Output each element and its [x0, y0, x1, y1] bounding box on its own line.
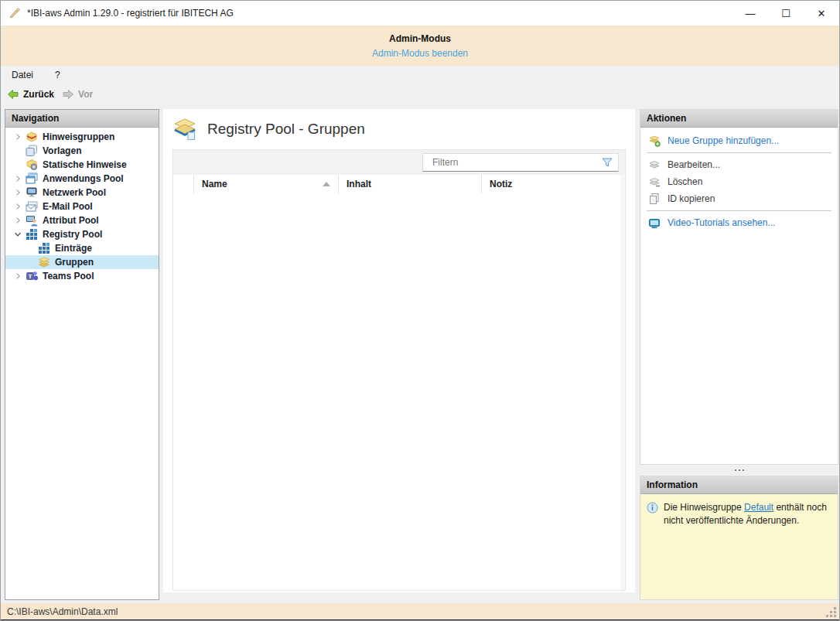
chevron-right-icon[interactable] [12, 200, 24, 213]
page-title: Registry Pool - Gruppen [207, 121, 365, 138]
copy-id-action[interactable]: ID kopieren [640, 190, 838, 207]
tree-item-teams-pool[interactable]: T Teams Pool [5, 269, 159, 283]
network-pool-icon [26, 186, 38, 199]
add-group-action-label: Neue Gruppe hinzufügen... [668, 135, 779, 146]
back-button[interactable]: Zurück [7, 88, 54, 101]
window-title: *IBI-aws Admin 1.29.0 - registriert für … [27, 8, 234, 19]
tree-item-label: Vorlagen [43, 145, 81, 156]
tree-item-label: Netzwerk Pool [43, 187, 106, 198]
templates-icon [26, 145, 38, 157]
tree-item-label: Hinweisgruppen [43, 131, 114, 142]
filter-funnel-icon[interactable] [601, 156, 613, 169]
app-window: *IBI-aws Admin 1.29.0 - registriert für … [0, 0, 840, 621]
tree-item-label: Anwendungs Pool [43, 173, 124, 184]
copy-id-action-label: ID kopieren [668, 193, 715, 204]
information-message: Die Hinweisgruppe Default enthält noch n… [640, 494, 838, 534]
admin-mode-banner: Admin-Modus Admin-Modus beenden [1, 26, 839, 66]
chevron-right-icon[interactable] [12, 131, 24, 143]
exit-admin-mode-link[interactable]: Admin-Modus beenden [372, 48, 468, 59]
applications-pool-icon [26, 172, 38, 185]
svg-text:T: T [29, 273, 32, 280]
delete-group-icon [648, 176, 661, 188]
menu-item-help[interactable]: ? [55, 70, 60, 80]
chevron-down-icon[interactable] [12, 228, 24, 241]
tree-item-vorlagen[interactable]: Vorlagen [5, 144, 159, 158]
navigation-tree: Hinweisgruppen Vorlagen [5, 128, 159, 283]
main-content-panel: Registry Pool - Gruppen Name [163, 109, 635, 592]
no-expander [12, 159, 24, 171]
registry-pool-icon [26, 228, 38, 241]
video-tutorials-action[interactable]: Video-Tutorials ansehen... [640, 214, 838, 231]
column-header-notiz-label: Notiz [490, 179, 512, 189]
panel-splitter-handle[interactable] [640, 465, 838, 476]
tree-item-anwendungs-pool[interactable]: Anwendungs Pool [5, 172, 159, 186]
title-bar: *IBI-aws Admin 1.29.0 - registriert für … [1, 1, 839, 26]
actions-panel-header: Aktionen [640, 110, 838, 128]
tree-item-netzwerk-pool[interactable]: Netzwerk Pool [5, 186, 159, 200]
copy-id-icon [648, 193, 661, 205]
tree-item-email-pool[interactable]: E-Mail Pool [5, 200, 159, 213]
information-text: Die Hinweisgruppe Default enthält noch n… [664, 501, 831, 527]
edit-group-icon [648, 159, 661, 171]
teams-pool-icon: T [26, 270, 38, 282]
table-body-empty [173, 193, 620, 590]
actions-separator [647, 210, 831, 211]
actions-list: Neue Gruppe hinzufügen... Bearbeiten... [640, 128, 838, 231]
column-header-name[interactable]: Name [193, 175, 338, 193]
entries-icon [38, 242, 50, 254]
tree-item-label: Teams Pool [43, 271, 94, 281]
table-scrollbar-gutter[interactable] [620, 175, 625, 590]
information-panel-header: Information [640, 476, 838, 494]
video-tutorials-action-label: Video-Tutorials ansehen... [668, 217, 775, 228]
sort-ascending-icon[interactable] [323, 182, 330, 186]
groups-icon [38, 256, 50, 268]
chevron-right-icon[interactable] [12, 186, 24, 199]
filter-strip [173, 150, 625, 175]
tree-item-gruppen-selected[interactable]: Gruppen [5, 255, 159, 269]
tree-item-statische-hinweise[interactable]: Statische Hinweise [5, 158, 159, 172]
window-controls: — ☐ ✕ [732, 1, 839, 26]
resize-grip[interactable] [828, 609, 836, 617]
delete-group-action[interactable]: Löschen [640, 173, 838, 190]
column-header-inhalt-label: Inhalt [347, 179, 371, 189]
back-button-label: Zurück [23, 89, 54, 100]
maximize-button[interactable]: ☐ [768, 1, 804, 26]
add-group-icon [648, 135, 661, 147]
filter-input[interactable] [423, 156, 601, 169]
tree-item-registry-pool[interactable]: Registry Pool [5, 227, 159, 241]
app-icon [9, 7, 21, 19]
column-header-blank [173, 175, 193, 193]
info-icon [647, 502, 658, 514]
tree-item-label: Attribut Pool [43, 215, 99, 226]
tree-item-hinweisgruppen[interactable]: Hinweisgruppen [5, 130, 159, 144]
column-header-name-label: Name [202, 179, 227, 189]
chevron-right-icon[interactable] [12, 270, 24, 282]
add-group-action[interactable]: Neue Gruppe hinzufügen... [640, 132, 838, 149]
information-panel: Information Die Hinweisgruppe Default en… [640, 476, 838, 600]
tree-item-label: Registry Pool [43, 229, 102, 240]
close-button[interactable]: ✕ [804, 1, 839, 26]
menu-item-datei[interactable]: Datei [12, 70, 33, 80]
default-group-link[interactable]: Default [744, 502, 773, 513]
tree-item-attribut-pool[interactable]: Attribut Pool [5, 213, 159, 227]
forward-arrow-icon [62, 88, 74, 101]
tree-item-label: Gruppen [55, 257, 94, 268]
navigation-toolbar: Zurück Vor [1, 84, 839, 104]
filter-field[interactable] [422, 153, 619, 172]
actions-separator [647, 152, 831, 153]
forward-button[interactable]: Vor [62, 88, 93, 101]
admin-mode-title: Admin-Modus [1, 26, 839, 44]
video-tutorials-icon [648, 217, 661, 229]
back-arrow-icon [7, 88, 19, 101]
main-header: Registry Pool - Gruppen [163, 109, 635, 149]
static-notices-icon [26, 159, 38, 171]
table-header-row: Name Inhalt Notiz [173, 175, 625, 194]
no-expander [12, 145, 24, 157]
chevron-right-icon[interactable] [12, 172, 24, 185]
chevron-right-icon[interactable] [12, 214, 24, 227]
edit-group-action[interactable]: Bearbeiten... [640, 156, 838, 173]
column-header-notiz[interactable]: Notiz [481, 175, 625, 193]
tree-item-eintraege[interactable]: Einträge [5, 241, 159, 255]
minimize-button[interactable]: — [732, 1, 768, 26]
column-header-inhalt[interactable]: Inhalt [338, 175, 481, 193]
